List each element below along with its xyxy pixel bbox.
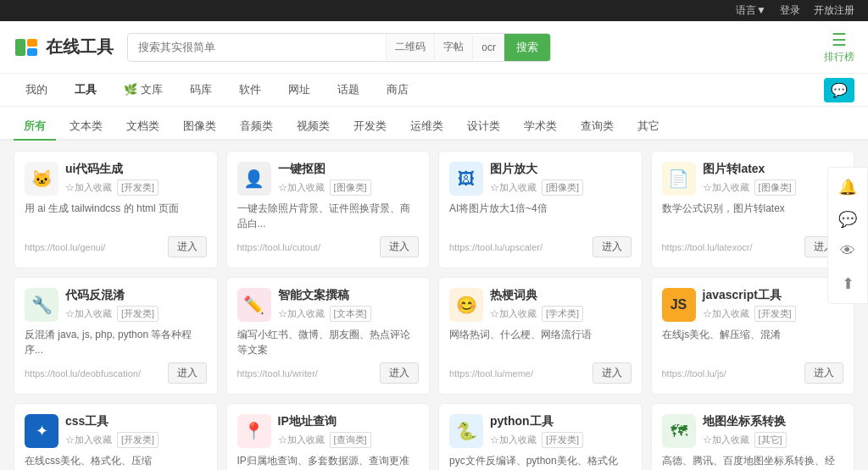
fav-button[interactable]: ☆加入收藏 [65, 307, 112, 320]
tool-card-latexocr[interactable]: 📄 图片转latex ☆加入收藏 [图像类] 数学公式识别，图片转latex h… [651, 151, 855, 268]
eye-icon[interactable]: 👁 [835, 239, 860, 264]
tool-tag: [图像类] [754, 180, 796, 196]
tool-card-css[interactable]: ✦ css工具 ☆加入收藏 [开发类] 在线css美化、格式化、压缩 https… [14, 403, 218, 470]
nav-library[interactable]: 🌿 文库 [112, 74, 175, 106]
tool-card-js[interactable]: JS javascript工具 ☆加入收藏 [开发类] 在线js美化、解压缩、混… [651, 277, 855, 395]
fav-button[interactable]: ☆加入收藏 [490, 307, 537, 320]
rank-link[interactable]: ☰ 排行榜 [824, 30, 854, 64]
tool-card-meme[interactable]: 😊 热梗词典 ☆加入收藏 [学术类] 网络热词、什么梗、网络流行语 https:… [438, 277, 643, 395]
tool-desc: 高德、腾讯、百度地图坐标系转换、经纬度... [662, 453, 844, 470]
tool-tag: [开发类] [542, 432, 583, 448]
qrcode-btn[interactable]: 二维码 [386, 34, 434, 60]
header: 在线工具 二维码 字帖 ocr 搜索 ☰ 排行榜 [0, 21, 868, 74]
nav-software[interactable]: 软件 [227, 74, 273, 106]
enter-button[interactable]: 进入 [593, 236, 632, 257]
tool-footer: https://tool.lu/cutout/ 进入 [237, 236, 420, 257]
enter-button[interactable]: 进入 [380, 362, 419, 384]
enter-button[interactable]: 进入 [593, 362, 632, 384]
tool-card-ui-gen[interactable]: 🐱 ui代码生成 ☆加入收藏 [开发类] 用 ai 生成 tailwindcss… [14, 151, 218, 268]
tool-card-header: ✏️ 智能文案撰稿 ☆加入收藏 [文本类] [237, 288, 420, 322]
fav-button[interactable]: ☆加入收藏 [65, 181, 112, 194]
enter-button[interactable]: 进入 [168, 362, 207, 384]
chat-icon[interactable]: 💬 [824, 78, 854, 102]
cat-doc[interactable]: 文档类 [116, 113, 170, 141]
tool-desc: IP归属地查询、多套数据源、查询更准确 [237, 453, 420, 470]
tool-desc: 网络热词、什么梗、网络流行语 [449, 327, 632, 357]
tool-title-area: 代码反混淆 ☆加入收藏 [开发类] [65, 288, 207, 322]
tool-name: ui代码生成 [65, 162, 207, 177]
cat-other[interactable]: 其它 [627, 113, 670, 141]
nav-topics[interactable]: 话题 [326, 74, 371, 106]
fav-button[interactable]: ☆加入收藏 [703, 307, 749, 320]
logo[interactable]: 在线工具 [14, 34, 114, 61]
tool-card-writer[interactable]: ✏️ 智能文案撰稿 ☆加入收藏 [文本类] 编写小红书、微博、朋友圈、热点评论等… [226, 277, 431, 395]
right-sidebar: 🔔 💬 👁 ⬆ [827, 167, 868, 304]
feedback-icon[interactable]: 💬 [835, 207, 860, 232]
tool-card-header: 🔧 代码反混淆 ☆加入收藏 [开发类] [25, 288, 207, 322]
fav-button[interactable]: ☆加入收藏 [65, 434, 112, 446]
tool-name: 地图坐标系转换 [703, 414, 844, 429]
tool-tag: [开发类] [754, 306, 796, 322]
cat-all[interactable]: 所有 [14, 113, 56, 141]
fav-button[interactable]: ☆加入收藏 [490, 434, 537, 446]
enter-button[interactable]: 进入 [168, 236, 207, 257]
cat-design[interactable]: 设计类 [457, 113, 510, 141]
nav-mine[interactable]: 我的 [14, 74, 59, 106]
tool-card-ip[interactable]: 📍 IP地址查询 ☆加入收藏 [查询类] IP归属地查询、多套数据源、查询更准确… [226, 403, 431, 470]
tool-title-area: ui代码生成 ☆加入收藏 [开发类] [65, 162, 207, 196]
login-link[interactable]: 登录 [780, 3, 800, 18]
language-selector[interactable]: 语言▼ [736, 3, 766, 18]
notification-icon[interactable]: 🔔 [835, 174, 860, 200]
cat-academic[interactable]: 学术类 [514, 113, 567, 141]
search-input[interactable] [128, 35, 386, 59]
scroll-top-icon[interactable]: ⬆ [835, 271, 860, 296]
tool-icon: 🔧 [25, 288, 58, 322]
tool-title-area: css工具 ☆加入收藏 [开发类] [65, 414, 207, 448]
tool-icon: 🗺 [662, 414, 696, 448]
cat-video[interactable]: 视频类 [287, 113, 340, 141]
tool-meta: ☆加入收藏 [开发类] [65, 180, 207, 196]
tool-desc: 在线css美化、格式化、压缩 [25, 453, 207, 470]
tool-card-upscaler[interactable]: 🖼 图片放大 ☆加入收藏 [图像类] AI将图片放大1倍~4倍 https://… [438, 151, 643, 268]
tool-url: https://tool.lu/cutout/ [237, 242, 374, 252]
fav-button[interactable]: ☆加入收藏 [490, 181, 537, 194]
cat-dev[interactable]: 开发类 [343, 113, 397, 141]
cat-ops[interactable]: 运维类 [400, 113, 453, 141]
enter-button[interactable]: 进入 [804, 362, 843, 384]
tool-meta: ☆加入收藏 [开发类] [703, 306, 844, 322]
nav-shop[interactable]: 商店 [375, 74, 420, 106]
tool-meta: ☆加入收藏 [开发类] [65, 306, 207, 322]
search-button[interactable]: 搜索 [504, 34, 550, 61]
tool-card-coordinate[interactable]: 🗺 地图坐标系转换 ☆加入收藏 [其它] 高德、腾讯、百度地图坐标系转换、经纬度… [651, 403, 855, 470]
search-bar: 二维码 字帖 ocr 搜索 [127, 33, 551, 62]
ocr-btn[interactable]: ocr [472, 36, 504, 59]
cat-image[interactable]: 图像类 [173, 113, 226, 141]
cat-text[interactable]: 文本类 [59, 113, 113, 141]
tool-desc: 数学公式识别，图片转latex [662, 201, 844, 231]
search-quick-btns: 二维码 字帖 ocr [386, 34, 504, 60]
cat-audio[interactable]: 音频类 [230, 113, 283, 141]
register-link[interactable]: 开放注册 [814, 3, 854, 18]
tool-title-area: 智能文案撰稿 ☆加入收藏 [文本类] [278, 288, 420, 322]
fav-button[interactable]: ☆加入收藏 [703, 181, 749, 194]
tool-url: https://tool.lu/genui/ [25, 242, 161, 252]
cat-query[interactable]: 查询类 [570, 113, 624, 141]
tool-card-cutout[interactable]: 👤 一键抠图 ☆加入收藏 [图像类] 一键去除照片背景、证件照换背景、商品白..… [226, 151, 431, 268]
tool-url: https://tool.lu/meme/ [449, 368, 586, 379]
fav-button[interactable]: ☆加入收藏 [703, 434, 749, 446]
tool-name: 代码反混淆 [65, 288, 207, 303]
enter-button[interactable]: 进入 [380, 236, 419, 257]
nav-tools[interactable]: 工具 [63, 74, 108, 106]
nav-website[interactable]: 网址 [276, 74, 322, 106]
nav-codebase[interactable]: 码库 [178, 74, 224, 106]
tool-desc: 一键去除照片背景、证件照换背景、商品白... [237, 201, 420, 231]
category-tabs: 所有 文本类 文档类 图像类 音频类 视频类 开发类 运维类 设计类 学术类 查… [0, 107, 868, 141]
tool-tag: [文本类] [330, 306, 371, 322]
handwriting-btn[interactable]: 字帖 [434, 34, 472, 60]
fav-button[interactable]: ☆加入收藏 [278, 181, 325, 194]
tool-card-deobfuscation[interactable]: 🔧 代码反混淆 ☆加入收藏 [开发类] 反混淆 java, js, php, p… [14, 277, 218, 395]
tool-tag: [其它] [754, 432, 787, 448]
fav-button[interactable]: ☆加入收藏 [278, 307, 325, 320]
tool-card-pyc[interactable]: 🐍 python工具 ☆加入收藏 [开发类] pyc文件反编译、python美化… [438, 403, 643, 470]
fav-button[interactable]: ☆加入收藏 [278, 434, 325, 446]
